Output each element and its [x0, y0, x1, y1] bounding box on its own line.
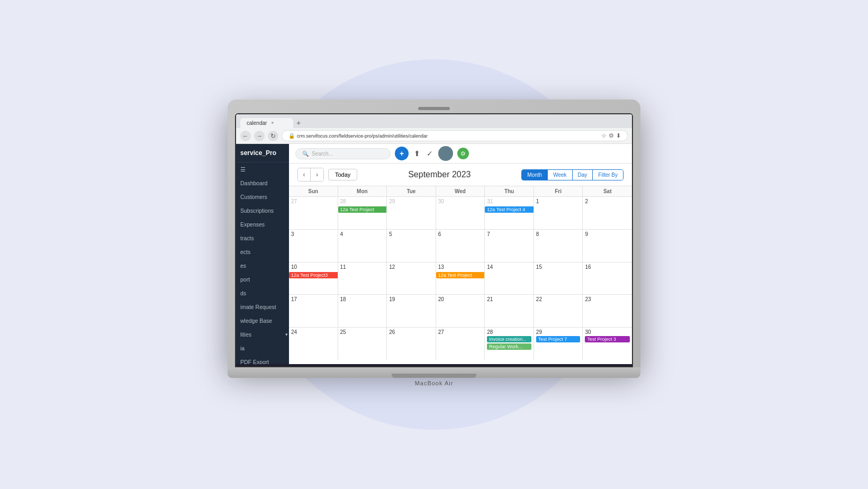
laptop-screen: calendar × + ← → ↻ 🔒 crm.servifocus.com/…: [235, 113, 633, 367]
add-button[interactable]: +: [395, 147, 409, 160]
sidebar-item-knowledge[interactable]: wledge Base: [236, 314, 289, 328]
cell-sep30[interactable]: 30 Test Project 3: [583, 328, 632, 360]
day-header-fri: Fri: [534, 186, 583, 196]
cell-aug27[interactable]: 27: [289, 197, 338, 229]
forward-button[interactable]: →: [254, 131, 265, 141]
event-test-project-4[interactable]: 12a Test Project 4: [485, 206, 534, 213]
download-icon[interactable]: ⬇: [616, 132, 621, 139]
event-regular-work[interactable]: Regular Work...: [487, 343, 531, 350]
reload-button[interactable]: ↻: [268, 131, 278, 141]
date-sep25: 25: [340, 329, 385, 335]
cell-sep26[interactable]: 26: [387, 328, 436, 360]
cell-sep20[interactable]: 20: [436, 295, 485, 327]
view-buttons: Month Week Day Filter By: [521, 169, 623, 180]
cell-sep17[interactable]: 17: [289, 295, 338, 327]
sidebar-item-dashboard[interactable]: Dashboard: [236, 176, 289, 190]
cell-sep1[interactable]: 1: [534, 197, 583, 229]
main-content: 🔍 Search... + ⬆ ✓ ⚙ ‹ ›: [289, 144, 632, 364]
check-button[interactable]: ✓: [426, 148, 434, 159]
cell-sep24[interactable]: 24: [289, 328, 338, 360]
today-button[interactable]: Today: [328, 169, 357, 180]
sidebar-item-expenses[interactable]: Expenses: [236, 218, 289, 231]
search-bar[interactable]: 🔍 Search...: [295, 148, 391, 159]
sidebar-item-ia[interactable]: ia: [236, 341, 289, 355]
cell-sep14[interactable]: 14: [485, 262, 534, 295]
cell-sep10[interactable]: 10 12a Test Project3: [289, 262, 338, 295]
cell-sep29[interactable]: 29 Test Project 7: [534, 328, 583, 360]
event-test-project-3[interactable]: Test Project 3: [585, 336, 630, 342]
sidebar-item-port[interactable]: port: [236, 273, 289, 286]
cell-sep23[interactable]: 23: [583, 295, 632, 327]
sidebar-item-ds[interactable]: ds: [236, 286, 289, 300]
settings-icon[interactable]: ⚙: [457, 148, 469, 159]
cell-aug30[interactable]: 30: [436, 197, 485, 229]
avatar[interactable]: [438, 146, 453, 161]
event-test-project-1[interactable]: 12a Test Project: [338, 206, 387, 213]
calendar-title: September 2023: [361, 170, 517, 179]
share-button[interactable]: ⬆: [413, 148, 421, 159]
cell-sep13[interactable]: 13 12a Test Project: [436, 262, 485, 295]
calendar-week-4: 17 18 19 20: [289, 295, 632, 328]
browser-tab-calendar[interactable]: calendar ×: [240, 118, 293, 128]
cell-sep9[interactable]: 9: [583, 230, 632, 262]
sidebar-item-tracts[interactable]: tracts: [236, 231, 289, 245]
cell-sep27[interactable]: 27: [436, 328, 485, 360]
date-sep2: 2: [585, 198, 630, 204]
sidebar-item-utilities[interactable]: lities ▾: [236, 328, 289, 341]
cell-aug29[interactable]: 29: [387, 197, 436, 229]
browser-tabs: calendar × +: [236, 114, 632, 128]
sidebar-item-subscriptions[interactable]: Subscriptions: [236, 204, 289, 218]
extension-icon[interactable]: ⚙: [609, 132, 614, 139]
cell-sep18[interactable]: 18: [338, 295, 387, 327]
lock-icon: 🔒: [288, 133, 295, 139]
cell-aug28[interactable]: 28 12a Test Project: [338, 197, 387, 229]
cell-sep8[interactable]: 8: [534, 230, 583, 262]
address-bar[interactable]: 🔒 crm.servifocus.com/fieldservice-pro/ps…: [282, 130, 628, 141]
sidebar-item-customers[interactable]: Customers: [236, 190, 289, 204]
event-test-project-7[interactable]: Test Project 7: [536, 336, 581, 342]
event-test-project3[interactable]: 12a Test Project3: [289, 272, 338, 278]
day-header-wed: Wed: [436, 186, 485, 196]
cell-sep4[interactable]: 4: [338, 230, 387, 262]
sidebar-item-projects[interactable]: ects: [236, 245, 289, 259]
bookmark-icon[interactable]: ☆: [601, 132, 607, 139]
calendar-prev-button[interactable]: ‹: [298, 168, 311, 181]
calendar-next-button[interactable]: ›: [311, 168, 323, 181]
cell-sep2[interactable]: 2: [583, 197, 632, 229]
cell-sep15[interactable]: 15: [534, 262, 583, 295]
cell-sep3[interactable]: 3: [289, 230, 338, 262]
cell-aug31[interactable]: 31 12a Test Project 4: [485, 197, 534, 229]
tab-close-icon[interactable]: ×: [271, 120, 274, 125]
date-sep14: 14: [487, 264, 531, 270]
date-sep17: 17: [291, 296, 336, 302]
cell-sep28[interactable]: 28 Invoice creation... Regular Work...: [485, 328, 534, 360]
view-month-button[interactable]: Month: [522, 170, 548, 180]
sidebar-item-pdf[interactable]: PDF Export: [236, 355, 289, 364]
cell-sep19[interactable]: 19: [387, 295, 436, 327]
back-button[interactable]: ←: [240, 131, 251, 141]
sidebar-item-estimate[interactable]: imate Request: [236, 300, 289, 314]
new-tab-button[interactable]: +: [293, 117, 304, 128]
url-text: crm.servifocus.com/fieldservice-pro/ps/a…: [297, 133, 428, 139]
event-test-project-orange[interactable]: 12a Test Project: [436, 272, 485, 278]
cell-sep5[interactable]: 5: [387, 230, 436, 262]
sidebar-item-es2[interactable]: es: [236, 259, 289, 273]
date-sep19: 19: [389, 296, 433, 302]
view-day-button[interactable]: Day: [573, 170, 593, 180]
sidebar-label-port: port: [240, 276, 250, 283]
cell-sep22[interactable]: 22: [534, 295, 583, 327]
cell-sep21[interactable]: 21: [485, 295, 534, 327]
event-invoice-creation[interactable]: Invoice creation...: [487, 336, 531, 342]
sidebar-item-hamburger[interactable]: ☰: [236, 162, 289, 176]
cell-sep11[interactable]: 11: [338, 262, 387, 295]
cell-sep7[interactable]: 7: [485, 230, 534, 262]
date-aug31: 31: [487, 198, 531, 204]
cell-sep6[interactable]: 6: [436, 230, 485, 262]
view-week-button[interactable]: Week: [548, 170, 572, 180]
date-sep26: 26: [389, 329, 433, 335]
cell-sep12[interactable]: 12: [387, 262, 436, 295]
cell-sep25[interactable]: 25: [338, 328, 387, 360]
date-aug29: 29: [389, 198, 433, 204]
view-filter-button[interactable]: Filter By: [593, 170, 623, 180]
cell-sep16[interactable]: 16: [583, 262, 632, 295]
